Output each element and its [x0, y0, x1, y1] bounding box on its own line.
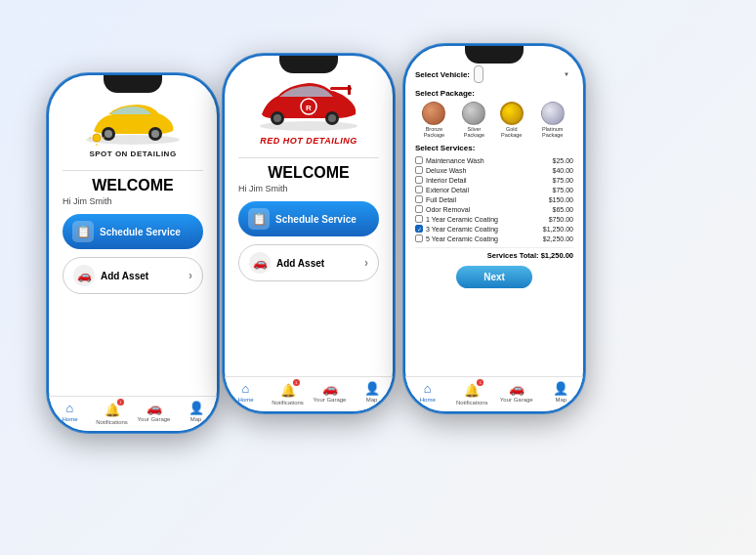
phone-2-screen: R RED HOT DETAILING WELCOME Hi Jim S	[225, 56, 393, 411]
services-label: Select Services:	[415, 144, 573, 152]
nav-map-2[interactable]: 👤 Map	[351, 381, 393, 406]
add-asset-button-2[interactable]: 🚗 Add Asset ›	[238, 244, 379, 281]
nav-garage-1[interactable]: 🚗 Your Garage	[133, 401, 175, 425]
service-check-1[interactable]	[415, 166, 423, 174]
phone-2-divider	[238, 157, 379, 158]
nav-home-2[interactable]: ⌂ Home	[225, 381, 267, 406]
service-name-3: Exterior Detail	[426, 187, 550, 193]
nav-map-label-2: Map	[366, 397, 378, 403]
phone-2: R RED HOT DETAILING WELCOME Hi Jim S	[222, 53, 396, 414]
nav-map-label-3: Map	[555, 397, 567, 403]
nav-map-3[interactable]: 👤 Map	[539, 381, 584, 406]
nav-notifications-1[interactable]: 🔔 1 Notifications	[91, 401, 133, 425]
nav-home-3[interactable]: ⌂ Home	[405, 381, 450, 406]
gold-circle	[500, 102, 524, 125]
next-button[interactable]: Next	[456, 266, 532, 288]
phone-3: Select Vehicle: Select Package:	[402, 43, 586, 414]
nav-garage-2[interactable]: 🚗 Your Garage	[309, 381, 351, 406]
notification-badge-3: 🔔 1	[464, 381, 480, 399]
service-price-0: $25.00	[553, 157, 573, 164]
phone-1-bottom-nav: ⌂ Home 🔔 1 Notifications 🚗 Y	[49, 396, 217, 431]
garage-icon-1: 🚗	[147, 401, 162, 415]
schedule-icon-1: 📋	[72, 221, 94, 242]
phone-2-greeting: Hi Jim Smith	[238, 184, 379, 193]
phone-2-welcome: WELCOME	[238, 164, 379, 182]
nav-home-label-3: Home	[420, 397, 436, 403]
badge-dot-1: 1	[117, 399, 124, 406]
service-row-3: Exterior Detail $75.00	[415, 185, 573, 194]
nav-map-label-1: Map	[190, 416, 202, 422]
vehicle-select[interactable]	[474, 65, 483, 83]
phone-2-app: R RED HOT DETAILING WELCOME Hi Jim S	[225, 56, 393, 376]
service-name-2: Interior Detail	[426, 177, 550, 184]
service-price-1: $40.00	[553, 167, 573, 174]
silver-circle	[462, 102, 485, 125]
phone-3-shell: Select Vehicle: Select Package:	[402, 43, 586, 414]
phone-2-notch	[279, 56, 338, 73]
service-name-4: Full Detail	[426, 196, 546, 203]
phone-1-brand: SPOT ON DETAILING	[89, 149, 176, 158]
service-row-6: 1 Year Ceramic Coating $750.00	[415, 214, 573, 224]
pkg-gold[interactable]: Gold Package	[495, 102, 527, 138]
phone-3-bottom-nav: ⌂ Home 🔔 1 Notifications 🚗 Y	[405, 376, 583, 411]
package-label: Select Package:	[415, 89, 573, 98]
bell-icon-2: 🔔	[280, 383, 296, 398]
service-name-5: Odor Removal	[426, 206, 550, 213]
phone-1-app: SPOT ON DETAILING WELCOME Hi Jim Smith 📋…	[49, 75, 217, 396]
nav-notifications-label-1: Notifications	[96, 419, 128, 425]
nav-garage-3[interactable]: 🚗 Your Garage	[494, 381, 539, 406]
pkg-platinum[interactable]: Platinum Package	[531, 102, 573, 138]
asset-icon-2: 🚗	[249, 252, 271, 274]
service-row-0: Maintenance Wash $25.00	[415, 155, 573, 165]
svg-rect-12	[348, 85, 351, 95]
bronze-label: Bronze Package	[415, 126, 453, 138]
phone-1-screen: SPOT ON DETAILING WELCOME Hi Jim Smith 📋…	[49, 75, 217, 431]
service-check-3[interactable]	[415, 186, 423, 193]
home-icon-1: ⌂	[66, 401, 74, 415]
select-vehicle-label: Select Vehicle:	[415, 70, 470, 79]
service-check-7[interactable]: ✓	[415, 225, 423, 233]
home-icon-2: ⌂	[242, 381, 250, 396]
svg-point-16	[273, 114, 281, 122]
service-check-0[interactable]	[415, 156, 423, 164]
nav-home-label-2: Home	[237, 397, 253, 403]
phone-3-notch	[465, 46, 524, 64]
service-check-8[interactable]	[415, 235, 423, 242]
badge-dot-3: 1	[477, 379, 483, 386]
service-price-3: $75.00	[553, 187, 573, 193]
phone-1: SPOT ON DETAILING WELCOME Hi Jim Smith 📋…	[46, 72, 220, 434]
nav-notifications-label-2: Notifications	[272, 400, 304, 406]
pkg-silver[interactable]: Silver Package	[457, 102, 491, 138]
nav-notifications-2[interactable]: 🔔 1 Notifications	[267, 381, 309, 406]
schedule-service-button-1[interactable]: 📋 Schedule Service	[63, 214, 203, 249]
map-icon-1: 👤	[189, 401, 204, 415]
service-check-6[interactable]	[415, 215, 423, 223]
service-name-7: 3 Year Ceramic Coating	[426, 226, 540, 233]
map-icon-2: 👤	[364, 381, 380, 396]
nav-garage-label-1: Your Garage	[138, 416, 171, 422]
add-asset-button-1[interactable]: 🚗 Add Asset ›	[63, 257, 203, 294]
asset-chevron-1: ›	[189, 269, 192, 282]
nav-notifications-3[interactable]: 🔔 1 Notifications	[450, 381, 495, 406]
phone-3-screen: Select Vehicle: Select Package:	[405, 46, 583, 411]
service-row-1: Deluxe Wash $40.00	[415, 165, 573, 175]
spot-car-image	[79, 97, 187, 148]
service-name-8: 5 Year Ceramic Coating	[426, 235, 540, 242]
redhot-car-image: R	[250, 77, 367, 134]
phone-3-content: Select Vehicle: Select Package:	[405, 46, 583, 411]
garage-icon-2: 🚗	[322, 381, 338, 396]
service-price-5: $65.00	[553, 206, 573, 213]
nav-map-1[interactable]: 👤 Map	[175, 401, 217, 425]
phone-3-app: Select Vehicle: Select Package:	[405, 46, 583, 376]
nav-home-1[interactable]: ⌂ Home	[49, 401, 91, 425]
schedule-service-button-2[interactable]: 📋 Schedule Service	[238, 201, 379, 236]
svg-point-18	[328, 114, 336, 122]
service-check-5[interactable]	[415, 205, 423, 213]
phone-1-divider	[63, 170, 203, 171]
service-check-4[interactable]	[415, 195, 423, 203]
service-check-2[interactable]	[415, 176, 423, 184]
pkg-bronze[interactable]: Bronze Package	[415, 102, 453, 138]
service-row-8: 5 Year Ceramic Coating $2,250.00	[415, 234, 573, 243]
phone-1-notch	[104, 75, 162, 93]
silver-label: Silver Package	[457, 126, 491, 138]
